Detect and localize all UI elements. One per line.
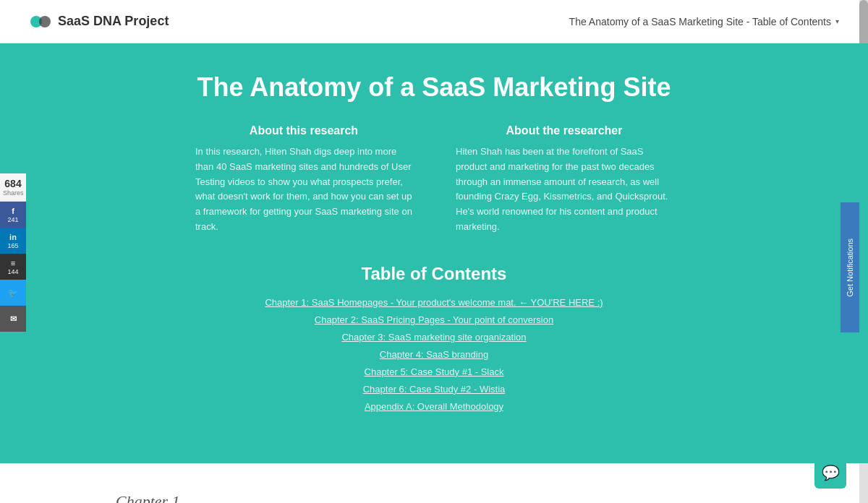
linkedin-icon: in — [9, 233, 17, 241]
notifications-sidebar[interactable]: Get Notifications — [841, 202, 859, 332]
logo-area[interactable]: SaaS DNA Project — [29, 10, 169, 33]
toc-title: Table of Contents — [58, 264, 810, 284]
toc-link-4[interactable]: Chapter 4: SaaS branding — [380, 349, 488, 360]
twitter-share-button[interactable]: 🐦 — [0, 280, 26, 306]
logo-text: SaaS DNA Project — [58, 14, 169, 29]
info-col-research: About this research In this research, Hi… — [195, 124, 412, 235]
linkedin-count: 165 — [7, 242, 18, 249]
toc-item-4[interactable]: Chapter 4: SaaS branding — [380, 348, 488, 361]
social-sidebar: 684 Shares f 241 in 165 ≡ 144 🐦 ✉ — [0, 173, 26, 332]
chevron-down-icon: ▾ — [835, 17, 839, 25]
social-count-box: 684 Shares — [0, 173, 26, 202]
about-researcher-heading: About the researcher — [456, 124, 673, 137]
twitter-icon: 🐦 — [8, 288, 18, 298]
toc-item-1[interactable]: Chapter 1: SaaS Homepages - Your product… — [265, 296, 603, 309]
toc-link-1[interactable]: Chapter 1: SaaS Homepages - Your product… — [265, 297, 603, 308]
facebook-share-button[interactable]: f 241 — [0, 202, 26, 228]
toc-link-6[interactable]: Chapter 6: Case Study #2 - Wistia — [363, 384, 506, 395]
chapter-label: Chapter 1 — [116, 492, 752, 503]
about-researcher-body: Hiten Shah has been at the forefront of … — [456, 145, 673, 235]
chat-icon: 💬 — [822, 464, 840, 481]
navbar: SaaS DNA Project The Anatomy of a SaaS M… — [0, 0, 868, 43]
social-total-count: 684 — [3, 178, 23, 189]
buffer-count: 144 — [7, 268, 18, 275]
nav-dropdown[interactable]: The Anatomy of a SaaS Marketing Site - T… — [569, 16, 839, 27]
about-research-body: In this research, Hiten Shah digs deep i… — [195, 145, 412, 235]
facebook-icon: f — [12, 207, 14, 215]
nav-dropdown-label: The Anatomy of a SaaS Marketing Site - T… — [569, 16, 831, 27]
content-section: Chapter 1 SaaS Homepages - Your welcome … — [0, 463, 868, 503]
hero-section: The Anatomy of a SaaS Marketing Site Abo… — [0, 43, 868, 463]
linkedin-share-button[interactable]: in 165 — [0, 228, 26, 254]
hero-title: The Anatomy of a SaaS Marketing Site — [58, 72, 810, 103]
toc-item-6[interactable]: Chapter 6: Case Study #2 - Wistia — [363, 382, 506, 395]
toc-item-5[interactable]: Chapter 5: Case Study #1 - Slack — [365, 365, 504, 378]
email-share-button[interactable]: ✉ — [0, 306, 26, 332]
buffer-icon: ≡ — [11, 259, 15, 267]
buffer-share-button[interactable]: ≡ 144 — [0, 254, 26, 280]
about-research-heading: About this research — [195, 124, 412, 137]
facebook-count: 241 — [7, 216, 18, 223]
toc-item-2[interactable]: Chapter 2: SaaS Pricing Pages - Your poi… — [315, 313, 553, 326]
toc-item-3[interactable]: Chapter 3: SaaS marketing site organizat… — [341, 330, 526, 343]
svg-point-1 — [39, 16, 51, 27]
toc-section: Table of Contents Chapter 1: SaaS Homepa… — [58, 257, 810, 434]
chat-button[interactable]: 💬 — [814, 457, 846, 489]
social-shares-label: Shares — [3, 189, 23, 197]
info-col-researcher: About the researcher Hiten Shah has been… — [456, 124, 673, 235]
two-col-info: About this research In this research, Hi… — [109, 124, 760, 235]
email-icon: ✉ — [10, 314, 17, 324]
toc-link-7[interactable]: Appendix A: Overall Methodology — [365, 401, 503, 412]
toc-link-3[interactable]: Chapter 3: SaaS marketing site organizat… — [341, 332, 526, 343]
toc-link-2[interactable]: Chapter 2: SaaS Pricing Pages - Your poi… — [315, 314, 553, 325]
toc-item-7[interactable]: Appendix A: Overall Methodology — [365, 400, 503, 413]
logo-icon — [29, 10, 52, 33]
notifications-label: Get Notifications — [846, 238, 854, 297]
toc-link-5[interactable]: Chapter 5: Case Study #1 - Slack — [365, 366, 504, 377]
toc-links: Chapter 1: SaaS Homepages - Your product… — [58, 296, 810, 413]
